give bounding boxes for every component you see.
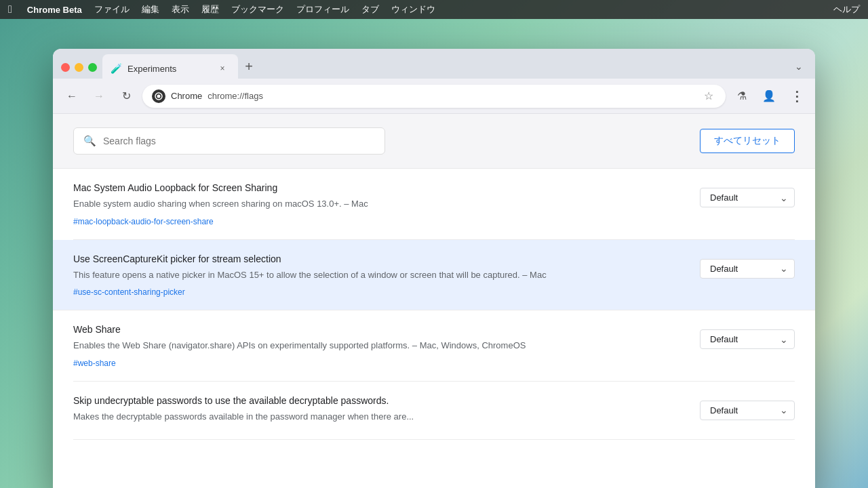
menubar:  Chrome Beta ファイル 編集 表示 履歴 ブックマーク プロフィー… (0, 0, 868, 19)
flag-content: Use ScreenCaptureKit picker for stream s… (73, 253, 686, 298)
flag-item: Web Share Enables the Web Share (navigat… (73, 310, 795, 382)
active-tab[interactable]: 🧪 Experiments × (102, 54, 238, 79)
menu-view[interactable]: 表示 (172, 3, 189, 16)
menu-file[interactable]: ファイル (94, 3, 130, 16)
flag-control[interactable]: Default Enabled Disabled (700, 329, 795, 349)
tab-close-button[interactable]: × (216, 62, 229, 75)
flag-title: Web Share (73, 324, 686, 335)
flag-content: Mac System Audio Loopback for Screen Sha… (73, 182, 686, 227)
menu-window[interactable]: ウィンドウ (391, 3, 435, 16)
maximize-button[interactable] (88, 63, 97, 72)
menu-history[interactable]: 履歴 (201, 3, 219, 16)
back-icon: ← (66, 90, 77, 102)
search-input[interactable] (103, 136, 375, 146)
back-button[interactable]: ← (61, 85, 83, 107)
flags-list: Mac System Audio Loopback for Screen Sha… (53, 169, 815, 488)
content-area: 🔍 すべてリセット Mac System Audio Loopback for … (53, 114, 815, 488)
menu-bookmarks[interactable]: ブックマーク (231, 3, 284, 16)
nav-bar: ← → ↻ Chrome chrome://flags ☆ ⚗ 👤 ⋮ (53, 79, 815, 114)
menu-tab[interactable]: タブ (361, 3, 379, 16)
bookmark-star-icon[interactable]: ☆ (701, 89, 716, 102)
labs-icon: ⚗ (737, 89, 747, 102)
site-name: Chrome (171, 91, 202, 101)
address-bar[interactable]: Chrome chrome://flags ☆ (142, 85, 726, 108)
flag-item: Mac System Audio Loopback for Screen Sha… (73, 169, 795, 240)
reset-all-button[interactable]: すべてリセット (700, 129, 795, 153)
flag-desc: Enable system audio sharing when screen … (73, 197, 686, 211)
minimize-button[interactable] (75, 63, 83, 72)
flag-link[interactable]: #mac-loopback-audio-for-screen-share (73, 217, 214, 226)
menu-profile[interactable]: プロフィール (296, 3, 349, 16)
apple-icon[interactable]:  (8, 3, 12, 16)
flag-control[interactable]: Default Enabled Disabled (700, 401, 795, 420)
flag-link[interactable]: #web-share (73, 359, 116, 368)
url-display: chrome://flags (208, 91, 696, 101)
tab-title: Experiments (127, 64, 211, 74)
more-menu-button[interactable]: ⋮ (785, 85, 807, 107)
menu-help[interactable]: ヘルプ (833, 3, 860, 16)
search-input-wrapper[interactable]: 🔍 (73, 127, 385, 155)
tab-list-button[interactable]: ⌄ (788, 56, 810, 77)
flag-content: Web Share Enables the Web Share (navigat… (73, 324, 686, 369)
new-tab-button[interactable]: + (238, 56, 260, 77)
profile-icon: 👤 (762, 89, 776, 102)
flag-title: Mac System Audio Loopback for Screen Sha… (73, 182, 686, 193)
reload-icon: ↻ (122, 89, 131, 102)
flag-title: Use ScreenCaptureKit picker for stream s… (73, 253, 686, 264)
menu-edit[interactable]: 編集 (142, 3, 159, 16)
flag-link[interactable]: #use-sc-content-sharing-picker (73, 287, 185, 297)
close-button[interactable] (61, 63, 70, 72)
traffic-lights (58, 63, 102, 79)
more-icon: ⋮ (790, 88, 803, 104)
tab-bar: 🧪 Experiments × + ⌄ (53, 49, 815, 79)
reload-button[interactable]: ↻ (115, 85, 137, 107)
flag-desc: Enables the Web Share (navigator.share) … (73, 339, 686, 352)
flags-search-bar: 🔍 すべてリセット (53, 114, 815, 169)
flag-title: Skip undecryptable passwords to use the … (73, 395, 686, 406)
forward-icon: → (94, 90, 104, 102)
flag-item: Skip undecryptable passwords to use the … (73, 382, 795, 441)
flag-select[interactable]: Default Enabled Disabled (700, 401, 795, 420)
flag-select[interactable]: Default Enabled Disabled (700, 188, 795, 207)
flag-desc: This feature opens a native picker in Ma… (73, 268, 686, 282)
flag-control[interactable]: Default Enabled Disabled (700, 259, 795, 279)
forward-button[interactable]: → (88, 85, 110, 107)
flag-select[interactable]: Default Enabled Disabled (700, 259, 795, 279)
svg-point-1 (157, 94, 161, 98)
select-wrapper: Default Enabled Disabled (700, 259, 795, 279)
flag-control[interactable]: Default Enabled Disabled (700, 188, 795, 207)
site-security-icon (152, 89, 165, 103)
select-wrapper: Default Enabled Disabled (700, 329, 795, 349)
tab-icon: 🧪 (111, 63, 122, 74)
select-wrapper: Default Enabled Disabled (700, 401, 795, 420)
browser-window: 🧪 Experiments × + ⌄ ← → ↻ Chrome chrome (53, 49, 815, 488)
profile-button[interactable]: 👤 (758, 85, 780, 107)
chrome-labs-button[interactable]: ⚗ (731, 85, 753, 107)
flag-select[interactable]: Default Enabled Disabled (700, 329, 795, 349)
search-icon: 🔍 (83, 135, 96, 147)
app-name[interactable]: Chrome Beta (27, 5, 82, 15)
flag-desc: Makes the decryptable passwords availabl… (73, 410, 686, 424)
flag-content: Skip undecryptable passwords to use the … (73, 395, 686, 428)
select-wrapper: Default Enabled Disabled (700, 188, 795, 207)
flag-item-highlighted: Use ScreenCaptureKit picker for stream s… (53, 240, 815, 311)
